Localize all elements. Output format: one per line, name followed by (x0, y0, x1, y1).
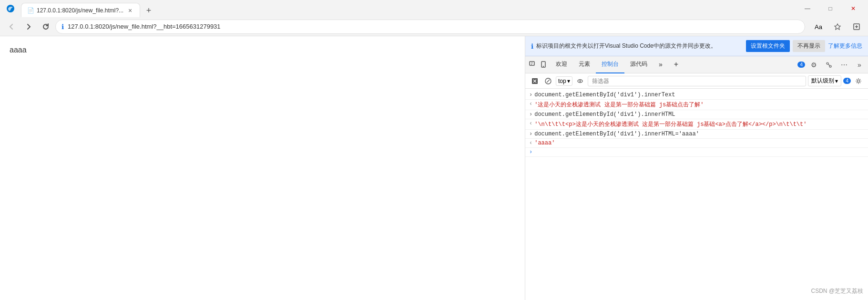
row-collapse-arrow[interactable]: ‹ (529, 140, 532, 146)
page-area: aaaa ℹ 标识项目的根文件夹以打开Visual Studio Code中的源… (0, 36, 868, 300)
active-tab[interactable]: 📄 127.0.0.1:8020/js/new_file.html?... × (21, 3, 140, 17)
back-button[interactable] (4, 19, 19, 34)
tab-title: 127.0.0.1:8020/js/new_file.html?... (37, 7, 123, 14)
expand-devtools-button[interactable]: » (853, 58, 866, 72)
console-input-text: document.getElementById('div1').innerHTM… (534, 131, 699, 137)
svg-point-12 (858, 80, 860, 82)
close-window-button[interactable]: ✕ (842, 0, 864, 17)
more-options-button[interactable]: ⋯ (837, 58, 851, 72)
console-row: › document.getElementById('div1').innerH… (525, 110, 868, 119)
minimize-button[interactable]: — (797, 0, 818, 17)
prompt-arrow: › (529, 149, 532, 155)
set-root-button[interactable]: 设置根文件夹 (746, 40, 790, 52)
console-output: › document.getElementById('div1').innerT… (525, 89, 868, 300)
console-row: ‹ 'aaaa' (525, 139, 868, 148)
console-row: › document.getElementById('div1').innerH… (525, 130, 868, 139)
console-settings-button[interactable] (853, 75, 864, 87)
page-content: aaaa (0, 36, 525, 300)
window-controls-right: — □ ✕ (797, 0, 864, 17)
favorites-button[interactable] (830, 19, 845, 34)
refresh-button[interactable] (38, 19, 53, 34)
row-expand-arrow[interactable]: › (529, 92, 532, 98)
browser-icon (4, 2, 17, 15)
row-expand-arrow[interactable]: › (529, 111, 532, 118)
tab-sources[interactable]: 源代码 (624, 56, 653, 73)
svg-rect-3 (530, 62, 534, 65)
tab-console[interactable]: 控制台 (596, 56, 624, 73)
log-level-selector[interactable]: 默认级别 ▾ (808, 75, 841, 86)
info-bar-text: 标识项目的根文件夹以打开Visual Studio Code中的源文件并同步更改… (536, 42, 716, 50)
tab-elements[interactable]: 元素 (573, 56, 596, 73)
watermark: CSDN @芝芝又荔枝 (811, 287, 863, 295)
address-text: 127.0.0.1:8020/js/new_file.html?__hbt=16… (68, 23, 799, 30)
console-prompt-row: › (525, 148, 868, 157)
learn-more-link[interactable]: 了解更多信息 (828, 42, 862, 50)
window-controls-left (4, 2, 17, 15)
dismiss-button[interactable]: 不再显示 (793, 40, 825, 52)
new-tab-button[interactable]: + (142, 4, 155, 17)
collections-button[interactable] (849, 19, 864, 34)
browser-chrome: 📄 127.0.0.1:8020/js/new_file.html?... × … (0, 0, 868, 36)
console-toolbar: top ▾ 默认级别 ▾ 4 (525, 73, 868, 89)
info-bar-left: ℹ 标识项目的根文件夹以打开Visual Studio Code中的源文件并同步… (531, 42, 716, 50)
console-output-text: '这是小天的全栈渗透测试 这是第一部分基础篇 js基础点击了解' (534, 101, 704, 109)
context-selector[interactable]: top ▾ (556, 76, 572, 86)
tab-add-button[interactable]: + (668, 56, 684, 73)
settings-button[interactable]: ⚙ (807, 58, 820, 72)
svg-point-7 (829, 65, 831, 67)
devtools-tab-actions: 4 ⚙ ⋯ » (797, 58, 866, 72)
connect-button[interactable] (822, 58, 836, 72)
read-aloud-button[interactable]: Aa (811, 19, 826, 34)
row-collapse-arrow[interactable]: ‹ (529, 120, 532, 127)
address-info-icon: ℹ (61, 23, 64, 31)
console-row: ‹ '这是小天的全栈渗透测试 这是第一部分基础篇 js基础点击了解' (525, 100, 868, 110)
console-input-text: document.getElementById('div1').innerHTM… (534, 111, 675, 118)
tab-more-button[interactable]: » (653, 56, 668, 73)
console-row: › document.getElementById('div1').innerT… (525, 91, 868, 100)
info-bar: ℹ 标识项目的根文件夹以打开Visual Studio Code中的源文件并同步… (525, 36, 868, 56)
console-output-text: '\n\t\t\t<p>这是小天的全栈渗透测试 这是第一部分基础篇 js基础<a… (534, 120, 807, 128)
address-bar-actions: Aa (811, 19, 864, 34)
log-level-dropdown-icon: ▾ (835, 78, 838, 84)
info-bar-icon: ℹ (531, 42, 533, 50)
eye-icon-button[interactable] (574, 75, 586, 87)
filter-input[interactable] (588, 76, 807, 86)
row-collapse-arrow[interactable]: ‹ (529, 101, 532, 107)
address-bar[interactable]: ℹ 127.0.0.1:8020/js/new_file.html?__hbt=… (55, 20, 805, 34)
tab-welcome[interactable]: 欢迎 (550, 56, 573, 73)
console-row: ‹ '\n\t\t\t<p>这是小天的全栈渗透测试 这是第一部分基础篇 js基础… (525, 119, 868, 130)
tab-bar: 📄 127.0.0.1:8020/js/new_file.html?... × … (21, 0, 797, 17)
context-selector-label: top (558, 78, 566, 84)
filter-icon-button[interactable] (542, 75, 554, 87)
tab-close-button[interactable]: × (126, 7, 134, 14)
page-text: aaaa (10, 46, 515, 54)
svg-point-11 (579, 80, 581, 82)
clear-console-button[interactable] (529, 75, 541, 87)
inspect-element-button[interactable] (527, 59, 539, 71)
maximize-button[interactable]: □ (819, 0, 841, 17)
svg-point-6 (827, 62, 828, 64)
log-level-label: 默认级别 (811, 77, 834, 85)
log-level-badge: 4 (843, 78, 851, 84)
console-input-text: document.getElementById('div1').innerTex… (534, 92, 675, 98)
console-output-text: 'aaaa' (534, 140, 555, 146)
forward-button[interactable] (21, 19, 36, 34)
device-emulation-button[interactable] (539, 59, 550, 71)
svg-text:Aa: Aa (815, 23, 822, 31)
info-bar-right: 设置根文件夹 不再显示 了解更多信息 (746, 40, 862, 52)
devtools-tabs: 欢迎 元素 控制台 源代码 » + 4 ⚙ ⋯ » (525, 56, 868, 73)
title-bar: 📄 127.0.0.1:8020/js/new_file.html?... × … (0, 0, 868, 17)
address-bar-row: ℹ 127.0.0.1:8020/js/new_file.html?__hbt=… (0, 17, 868, 36)
tab-favicon-icon: 📄 (27, 7, 34, 14)
context-dropdown-icon: ▾ (567, 78, 570, 84)
devtools-panel: ℹ 标识项目的根文件夹以打开Visual Studio Code中的源文件并同步… (525, 36, 868, 300)
row-expand-arrow[interactable]: › (529, 131, 532, 137)
console-badge: 4 (797, 62, 805, 68)
